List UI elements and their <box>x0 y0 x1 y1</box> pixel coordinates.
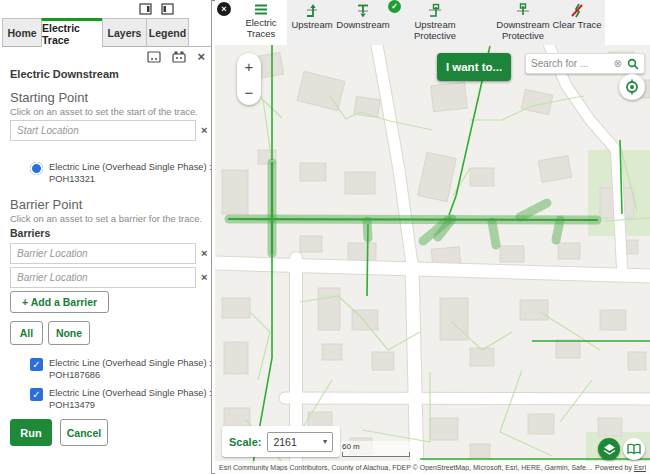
downstream-label: Downstream <box>336 20 389 31</box>
barrier-point-help: Click on an asset to set a barrier for t… <box>10 213 202 224</box>
result-2-checkbox[interactable]: ✓ <box>30 388 43 401</box>
panel-layout-icon-2[interactable] <box>161 3 174 15</box>
result-1-checkbox[interactable]: ✓ <box>30 358 43 371</box>
starting-point-help: Click on an asset to set the start of th… <box>10 106 198 117</box>
app-window: { "panel": { "tabs": [ {"label": "Home"}… <box>0 0 650 474</box>
zoom-out-button[interactable]: − <box>237 79 261 105</box>
hamburger-menu-icon <box>253 3 269 16</box>
scalebar: 60 m <box>338 441 414 457</box>
downstream-protective-icon <box>514 3 532 18</box>
toolbar-button-upstream[interactable]: Upstream <box>289 3 335 31</box>
esri-link[interactable]: Esri <box>634 464 646 471</box>
scalebar-line <box>342 452 410 457</box>
clear-barrier-1-icon[interactable]: × <box>201 248 207 259</box>
map-attribution: Esri Community Maps Contributors, County… <box>215 461 650 474</box>
result-item-1: ✓ Electric Line (Overhead Single Phase) … <box>30 357 200 381</box>
chevron-down-icon: ▾ <box>323 437 327 446</box>
tab-bar: Home Electric Trace Layers Legend <box>0 18 211 47</box>
map-search-box: ⊗ <box>525 53 645 74</box>
start-asset-option: Electric Line (Overhead Single Phase) : … <box>30 161 200 185</box>
barrier-location-input-2[interactable] <box>10 267 196 288</box>
upstream-protective-icon <box>426 3 444 18</box>
zoom-in-button[interactable]: + <box>237 53 261 79</box>
toolbar-button-downstream-protective[interactable]: Downstream Protective <box>487 3 559 42</box>
barrier-point-heading: Barrier Point <box>10 197 82 212</box>
tab-filler <box>189 18 211 47</box>
search-icon[interactable] <box>627 58 639 70</box>
electric-traces-menu[interactable]: Electric Traces <box>233 3 289 40</box>
cancel-button[interactable]: Cancel <box>60 419 108 446</box>
close-widget-icon[interactable]: × <box>197 50 205 63</box>
search-clear-icon[interactable]: ⊗ <box>614 59 622 69</box>
start-location-input[interactable] <box>10 120 196 141</box>
toolbar-button-downstream[interactable]: Downstream <box>337 3 389 31</box>
select-none-button[interactable]: None <box>48 321 90 345</box>
scale-value: 2161 <box>273 436 296 448</box>
open-book-icon <box>627 443 641 455</box>
clear-start-location-icon[interactable]: × <box>201 125 207 136</box>
starting-point-heading: Starting Point <box>10 90 88 105</box>
electric-traces-label: Electric Traces <box>233 18 289 40</box>
tab-electric-trace[interactable]: Electric Trace <box>41 18 103 47</box>
locate-me-button[interactable] <box>619 74 645 100</box>
tab-layers[interactable]: Layers <box>102 18 147 47</box>
toolbar-button-clear-trace[interactable]: Clear Trace <box>551 3 603 31</box>
result-2-label: Electric Line (Overhead Single Phase) : … <box>49 387 212 411</box>
barrier-location-input-1[interactable] <box>10 243 196 264</box>
attribution-text: Esri Community Maps Contributors, County… <box>219 464 595 471</box>
scale-label: Scale: <box>229 436 261 448</box>
tab-home[interactable]: Home <box>2 18 42 47</box>
downstream-active-badge-icon: ✓ <box>388 0 401 13</box>
scale-widget: Scale: 2161 ▾ <box>222 426 340 457</box>
panel-top-strip <box>0 0 211 18</box>
clear-trace-icon <box>568 3 586 18</box>
clear-trace-label: Clear Trace <box>552 20 601 31</box>
downstream-protective-label: Downstream Protective <box>487 20 559 42</box>
select-all-button[interactable]: All <box>10 321 43 345</box>
upstream-protective-label: Upstream Protective <box>399 20 471 42</box>
scale-dropdown[interactable]: 2161 ▾ <box>267 432 333 452</box>
basemap-layers-icon <box>603 443 616 456</box>
overview-map-button[interactable] <box>598 438 620 460</box>
tab-legend[interactable]: Legend <box>146 18 189 47</box>
zoom-control: + − <box>237 53 261 105</box>
panel-layout-icon-1[interactable] <box>139 3 152 15</box>
electric-trace-panel: Home Electric Trace Layers Legend × Elec… <box>0 0 212 474</box>
run-button[interactable]: Run <box>10 419 52 446</box>
result-1-label: Electric Line (Overhead Single Phase) : … <box>49 357 212 381</box>
popout-widget-icon[interactable] <box>172 51 186 63</box>
start-asset-radio[interactable] <box>30 162 43 175</box>
widget-controls: × <box>147 50 205 63</box>
toolbar-close-button[interactable]: × <box>217 2 231 16</box>
trace-toolbar: × Electric Traces Upstream Downstream ✓ … <box>215 0 650 45</box>
search-input[interactable] <box>531 58 614 69</box>
locate-target-icon <box>624 79 640 95</box>
powered-by: Powered by Esri <box>595 464 646 471</box>
i-want-to-button[interactable]: I want to... <box>437 53 511 81</box>
bookmarks-button[interactable] <box>623 438 645 460</box>
barriers-label: Barriers <box>10 227 50 239</box>
downstream-icon <box>354 3 372 18</box>
start-asset-label: Electric Line (Overhead Single Phase) : … <box>49 161 212 185</box>
dock-widget-icon[interactable] <box>147 51 161 63</box>
toolbar-button-upstream-protective[interactable]: Upstream Protective <box>399 3 471 42</box>
widget-title: Electric Downstream <box>10 68 119 80</box>
clear-barrier-2-icon[interactable]: × <box>201 272 207 283</box>
add-barrier-button[interactable]: + Add a Barrier <box>10 291 109 313</box>
upstream-icon <box>303 3 321 18</box>
upstream-label: Upstream <box>291 20 332 31</box>
result-item-2: ✓ Electric Line (Overhead Single Phase) … <box>30 387 200 411</box>
scalebar-text: 60 m <box>342 442 360 451</box>
